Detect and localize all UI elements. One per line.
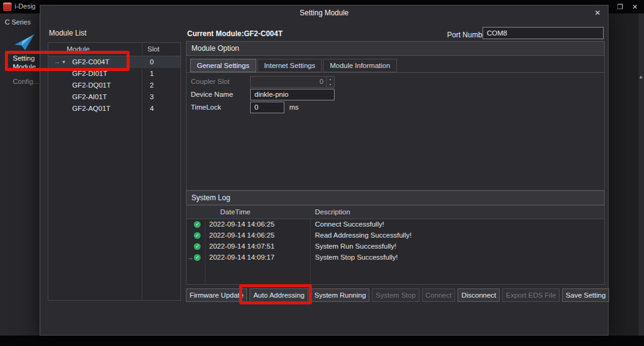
col-header-description[interactable]: Description (315, 208, 350, 216)
col-header-slot[interactable]: Slot (147, 45, 160, 53)
spinner-up-icon[interactable]: ▴ (327, 77, 334, 82)
module-name: GF2-DQ01T (72, 81, 111, 89)
device-name-label: Device Name (191, 91, 233, 98)
module-slot: 1 (150, 70, 154, 77)
col-header-datetime[interactable]: DateTime (220, 208, 250, 216)
module-list-table: Module Slot → ▾ GF2-C004T 0 GF2-DI01T 1 … (48, 42, 181, 301)
setting-module-dialog: Setting Module ✕ Module List Module Slot… (40, 5, 609, 336)
success-icon: ✓ (194, 232, 201, 239)
close-icon[interactable]: ✕ (590, 7, 605, 19)
spinner[interactable]: ▴ ▾ (326, 77, 334, 87)
export-eds-file-button: Export EDS File (502, 288, 560, 302)
coupler-slot-label: Coupler Slot (191, 78, 229, 85)
log-row[interactable]: → ✓ 2022-09-14 14:09:17 System Stop Succ… (187, 252, 604, 263)
tab-general-settings[interactable]: General Settings (190, 59, 256, 72)
module-name: GF2-AQ01T (72, 105, 111, 112)
connect-button: Connect (422, 288, 456, 302)
port-number-input[interactable]: COM8 (483, 27, 604, 39)
log-row[interactable]: ✓ 2022-09-14 14:07:51 System Run Success… (187, 241, 604, 252)
tab-c-series[interactable]: C Series (5, 18, 31, 26)
system-log-header: System Log (186, 190, 605, 205)
close-icon[interactable]: ✕ (628, 1, 642, 12)
module-option-panel: General Settings Internet Settings Modul… (186, 56, 605, 190)
module-option-header: Module Option (186, 41, 605, 56)
module-row-gf2-c004t[interactable]: → ▾ GF2-C004T 0 (48, 56, 180, 68)
log-row[interactable]: ✓ 2022-09-14 14:06:25 Read Addressing Su… (187, 230, 604, 241)
module-name: GF2-AI01T (72, 93, 107, 100)
success-icon: ✓ (194, 221, 201, 228)
module-list-title: Module List (49, 29, 86, 37)
device-name-input[interactable]: dinkle-pnio (250, 89, 335, 100)
app-logo-icon (3, 2, 12, 11)
app-title: i-Desig (15, 2, 35, 10)
restore-icon[interactable]: ❐ (613, 1, 627, 12)
success-icon: ✓ (194, 254, 201, 261)
tab-divider (187, 72, 604, 73)
log-datetime: 2022-09-14 14:09:17 (209, 254, 275, 261)
module-slot: 2 (150, 81, 154, 89)
timelock-label: TimeLock (191, 103, 221, 111)
sidebar-item-config[interactable]: Config... (13, 78, 39, 85)
save-setting-button[interactable]: Save Setting (562, 288, 609, 302)
module-slot: 4 (150, 105, 154, 112)
dialog-titlebar: Setting Module ✕ (40, 6, 608, 20)
firmware-update-button[interactable]: Firmware Update (186, 288, 247, 302)
scroll-up-icon[interactable]: ▲ (638, 73, 644, 81)
log-description: Read Addressing Successfully! (315, 231, 412, 239)
module-list-header: Module Slot (48, 43, 180, 56)
log-datetime: 2022-09-14 14:07:51 (209, 243, 275, 250)
system-log-table: DateTime Description ✓ 2022-09-14 14:06:… (186, 205, 605, 285)
log-description: Connect Successfully! (315, 220, 384, 228)
col-header-module[interactable]: Module (67, 45, 90, 53)
dialog-title: Setting Module (40, 6, 608, 20)
module-name: GF2-DI01T (72, 70, 108, 77)
log-description: System Run Successfully! (315, 243, 396, 250)
brand-logo-icon (15, 34, 34, 50)
module-slot: 3 (150, 93, 154, 100)
spinner-down-icon[interactable]: ▾ (327, 82, 334, 88)
timelock-unit-label: ms (289, 103, 298, 111)
module-row-gf2-di01t[interactable]: GF2-DI01T 1 (48, 68, 180, 80)
dialog-button-bar: Firmware Update Auto Addressing System R… (186, 288, 605, 302)
expand-caret-icon[interactable]: ▾ (62, 59, 65, 65)
app-bottom-bar (0, 336, 644, 346)
screen: i-Desig ❐ ✕ C Series Setting Module Conf… (0, 0, 644, 346)
system-log-columns: DateTime Description (187, 206, 604, 219)
tab-internet-settings[interactable]: Internet Settings (257, 59, 322, 72)
sidebar: C Series Setting Module Config... (0, 13, 40, 336)
timelock-input[interactable]: 0 (250, 102, 284, 113)
current-row-arrow-icon: → (187, 254, 194, 261)
current-module-label: Current Module:GF2-C004T (187, 29, 283, 38)
module-name: GF2-C004T (72, 58, 109, 66)
system-stop-button: System Stop (372, 288, 419, 302)
coupler-slot-stepper[interactable]: 0 ▴ ▾ (250, 76, 335, 88)
auto-addressing-button[interactable]: Auto Addressing (250, 288, 308, 302)
coupler-slot-value: 0 (251, 77, 326, 87)
log-datetime: 2022-09-14 14:06:25 (209, 220, 275, 228)
log-row[interactable]: ✓ 2022-09-14 14:06:25 Connect Successful… (187, 219, 604, 230)
module-row-gf2-ai01t[interactable]: GF2-AI01T 3 (48, 91, 180, 103)
log-description: System Stop Successfully! (315, 254, 398, 261)
module-row-gf2-aq01t[interactable]: GF2-AQ01T 4 (48, 103, 180, 115)
module-row-gf2-dq01t[interactable]: GF2-DQ01T 2 (48, 80, 180, 91)
settings-tabs: General Settings Internet Settings Modul… (190, 59, 398, 72)
success-icon: ✓ (194, 243, 201, 250)
tab-module-information[interactable]: Module Information (323, 59, 396, 72)
scrollbar[interactable] (638, 13, 644, 336)
sidebar-item-setting-module[interactable]: Setting Module (13, 54, 40, 71)
system-running-button[interactable]: System Running (311, 288, 369, 302)
module-slot: 0 (150, 58, 154, 66)
selected-row-arrow-icon: → (54, 58, 61, 65)
log-datetime: 2022-09-14 14:06:25 (209, 231, 275, 239)
disconnect-button[interactable]: Disconnect (457, 288, 500, 302)
